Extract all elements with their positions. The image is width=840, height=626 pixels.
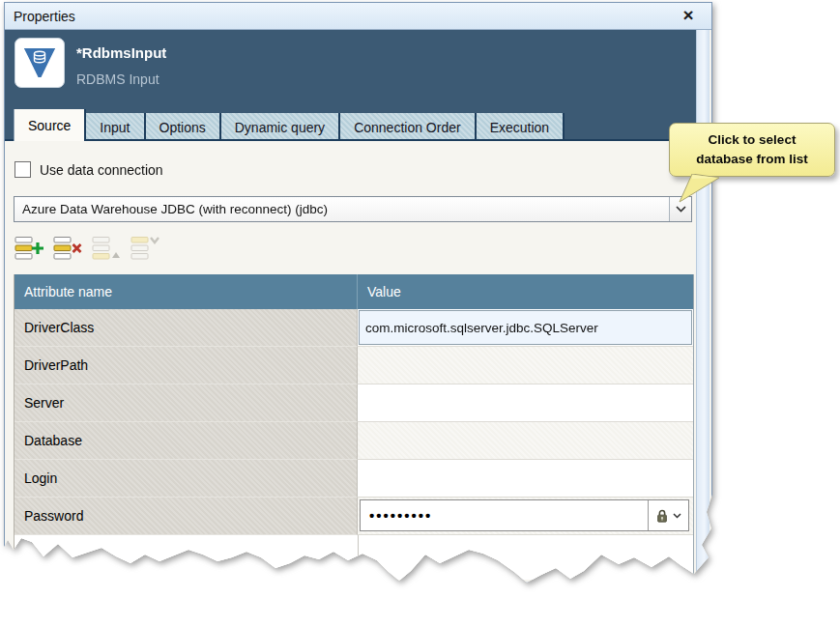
- attribute-name-driverpath[interactable]: DriverPath: [14, 347, 358, 384]
- table-row: DriverClass com.microsoft.sqlserver.jdbc…: [14, 309, 693, 347]
- tooltip-callout: Click to select database from list: [669, 123, 835, 177]
- component-type: RDBMS Input: [76, 71, 159, 87]
- title-bar[interactable]: Properties ×: [5, 3, 711, 30]
- tab-source[interactable]: Source: [14, 109, 86, 141]
- attribute-name-server[interactable]: Server: [14, 384, 358, 422]
- grid-header-row: Attribute name Value: [14, 274, 693, 309]
- screenshot-canvas: Properties × *RdbmsInput: [0, 0, 840, 626]
- value-cell-driverpath[interactable]: [358, 347, 693, 384]
- table-row: Login: [14, 460, 693, 498]
- tab-dynamic-query[interactable]: Dynamic query: [221, 113, 340, 141]
- lock-icon: [655, 508, 669, 524]
- tooltip-text-line2: database from list: [676, 150, 828, 169]
- grid-empty-area: [14, 535, 693, 580]
- value-cell-login[interactable]: [358, 460, 693, 498]
- move-down-icon: [130, 236, 159, 261]
- use-data-connection-label: Use data connection: [40, 162, 163, 178]
- add-attribute-button[interactable]: [14, 235, 44, 262]
- rdbms-component-icon: [14, 38, 65, 88]
- attribute-name-login[interactable]: Login: [14, 460, 358, 498]
- value-cell-server[interactable]: [358, 384, 693, 422]
- tab-strip: Source Input Options Dynamic query Conne…: [5, 109, 696, 141]
- use-data-connection-checkbox[interactable]: [14, 161, 31, 178]
- vertical-scrollbar-track[interactable]: [696, 30, 710, 582]
- properties-window-wrapper: Properties × *RdbmsInput: [4, 2, 712, 583]
- tab-input[interactable]: Input: [86, 113, 145, 141]
- properties-window: Properties × *RdbmsInput: [4, 2, 712, 583]
- table-row: DriverPath: [14, 347, 693, 384]
- driverclass-value-input[interactable]: com.microsoft.sqlserver.jdbc.SQLServer: [359, 310, 692, 345]
- password-options-button[interactable]: [648, 500, 688, 530]
- move-up-icon: [92, 236, 121, 261]
- value-cell-password: •••••••••: [358, 498, 693, 535]
- column-header-value[interactable]: Value: [358, 274, 693, 309]
- attribute-name-database[interactable]: Database: [14, 422, 358, 460]
- value-cell-driverclass[interactable]: com.microsoft.sqlserver.jdbc.SQLServer: [358, 309, 693, 347]
- delete-row-icon: [53, 236, 82, 261]
- column-header-attribute-name[interactable]: Attribute name: [14, 274, 358, 309]
- attribute-name-driverclass[interactable]: DriverClass: [14, 309, 358, 347]
- attributes-grid: Attribute name Value DriverClass com.mic…: [14, 274, 694, 580]
- move-attribute-down-button[interactable]: [130, 235, 160, 262]
- table-row: Password •••••••••: [14, 498, 693, 535]
- password-input[interactable]: •••••••••: [360, 499, 689, 531]
- table-row: Database: [14, 422, 693, 460]
- close-icon[interactable]: ×: [679, 6, 698, 25]
- value-cell-database[interactable]: [358, 422, 693, 460]
- database-connection-value: Azure Data Warehouse JDBC (with reconnec…: [14, 202, 669, 216]
- move-attribute-up-button[interactable]: [91, 235, 122, 262]
- tooltip-text-line1: Click to select: [676, 130, 828, 150]
- table-row: Server: [14, 384, 693, 422]
- tab-options[interactable]: Options: [146, 113, 221, 141]
- tooltip-tail-pointer: [676, 174, 720, 203]
- password-masked-value: •••••••••: [361, 500, 648, 530]
- source-tab-panel: Use data connection Azure Data Warehouse…: [5, 141, 696, 583]
- chevron-down-icon: [673, 513, 681, 519]
- chevron-down-icon: [676, 206, 686, 213]
- delete-attribute-button[interactable]: [52, 235, 83, 262]
- column-separator: [358, 535, 359, 580]
- funnel-database-icon: [20, 43, 59, 82]
- tab-execution[interactable]: Execution: [477, 113, 565, 141]
- window-title: Properties: [5, 9, 75, 24]
- add-row-icon: [14, 236, 43, 261]
- attribute-name-password[interactable]: Password: [14, 498, 358, 535]
- component-name: *RdbmsInput: [76, 44, 166, 61]
- tab-connection-order[interactable]: Connection Order: [340, 113, 477, 141]
- component-header: *RdbmsInput RDBMS Input: [5, 30, 696, 109]
- attribute-toolbar: [14, 235, 160, 262]
- use-data-connection-row: Use data connection: [14, 161, 163, 178]
- database-connection-select[interactable]: Azure Data Warehouse JDBC (with reconnec…: [14, 196, 692, 222]
